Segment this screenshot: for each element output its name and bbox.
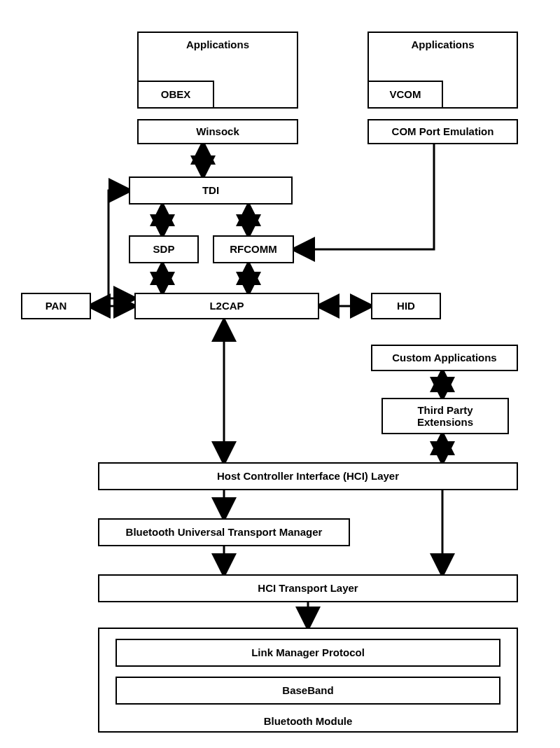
- label-com-port-emulation: COM Port Emulation: [392, 125, 494, 137]
- label-custom-applications: Custom Applications: [392, 352, 496, 363]
- label-butm: Bluetooth Universal Transport Manager: [126, 526, 323, 538]
- box-pan: PAN: [21, 293, 91, 319]
- box-baseband: BaseBand: [115, 677, 500, 705]
- label-hid: HID: [397, 300, 415, 312]
- box-butm: Bluetooth Universal Transport Manager: [98, 518, 350, 546]
- label-third-party-extensions: Third Party Extensions: [417, 404, 473, 429]
- box-sdp: SDP: [129, 235, 199, 263]
- box-l2cap: L2CAP: [134, 293, 319, 319]
- label-rfcomm: RFCOMM: [230, 243, 277, 255]
- label-obex: OBEX: [161, 88, 191, 100]
- label-baseband: BaseBand: [282, 684, 333, 696]
- label-hci-transport: HCI Transport Layer: [258, 582, 358, 594]
- box-hid: HID: [371, 293, 441, 319]
- box-tdi: TDI: [129, 176, 293, 205]
- label-pan: PAN: [46, 300, 67, 312]
- box-winsock: Winsock: [137, 119, 298, 144]
- label-applications-left: Applications: [186, 39, 249, 50]
- box-hci-layer: Host Controller Interface (HCI) Layer: [98, 462, 518, 490]
- box-third-party-extensions: Third Party Extensions: [382, 398, 509, 434]
- diagram-canvas: Applications OBEX Applications VCOM Wins…: [0, 0, 560, 748]
- label-bluetooth-module: Bluetooth Module: [264, 715, 353, 727]
- label-hci-layer: Host Controller Interface (HCI) Layer: [217, 470, 399, 482]
- label-l2cap: L2CAP: [209, 300, 244, 312]
- label-vcom: VCOM: [390, 88, 421, 100]
- box-com-port-emulation: COM Port Emulation: [368, 119, 518, 144]
- box-obex: OBEX: [137, 81, 214, 109]
- label-winsock: Winsock: [196, 125, 239, 137]
- label-applications-right: Applications: [411, 39, 474, 50]
- box-link-manager-protocol: Link Manager Protocol: [115, 639, 500, 667]
- box-vcom: VCOM: [368, 81, 443, 109]
- box-hci-transport: HCI Transport Layer: [98, 574, 518, 602]
- label-sdp: SDP: [153, 243, 175, 255]
- box-custom-applications: Custom Applications: [371, 345, 518, 371]
- label-tdi: TDI: [202, 184, 219, 196]
- box-rfcomm: RFCOMM: [213, 235, 294, 263]
- label-link-manager: Link Manager Protocol: [251, 646, 365, 658]
